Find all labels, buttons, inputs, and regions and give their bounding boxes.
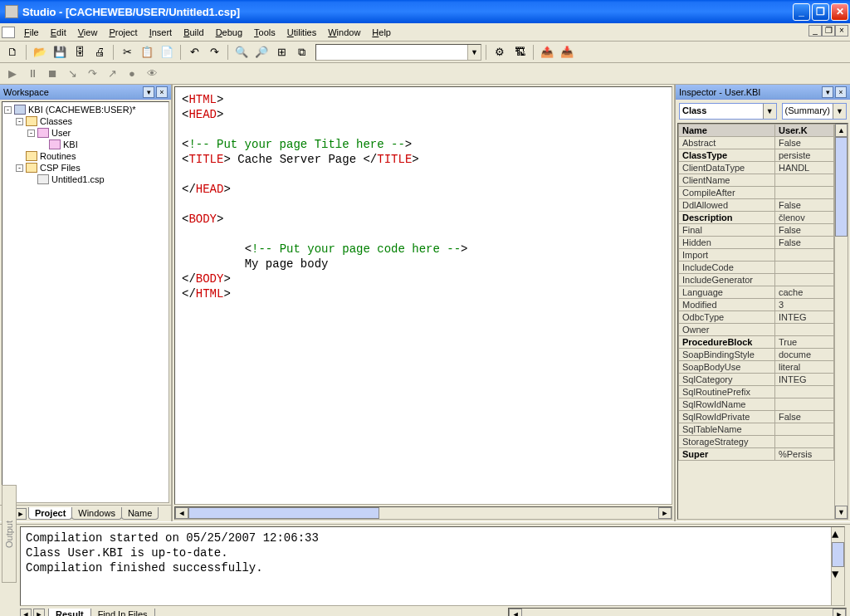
inspector-row-key[interactable]: Final bbox=[679, 224, 775, 237]
out-tab-result[interactable]: Result bbox=[48, 609, 91, 617]
ws-tab-name[interactable]: Name bbox=[121, 507, 159, 520]
find-combo[interactable]: ▼ bbox=[315, 44, 481, 61]
view-other-button[interactable]: ⊞ bbox=[272, 43, 291, 61]
menu-build[interactable]: Build bbox=[178, 26, 209, 39]
redo-button[interactable]: ↷ bbox=[205, 43, 223, 61]
inspector-row-val[interactable]: literal bbox=[774, 361, 833, 374]
inspector-row-val[interactable]: cache bbox=[774, 286, 833, 299]
inspector-row-val[interactable]: INTEG bbox=[774, 374, 833, 386]
chevron-down-icon[interactable]: ▼ bbox=[833, 104, 846, 119]
inspector-summary-combo[interactable]: (Summary)▼ bbox=[782, 103, 847, 120]
inspector-row-key[interactable]: DdlAllowed bbox=[679, 199, 775, 212]
tree-user[interactable]: -User bbox=[4, 127, 167, 139]
inspector-row-key[interactable]: Owner bbox=[679, 324, 775, 336]
inspector-row-key[interactable]: Super bbox=[679, 448, 775, 461]
output-text[interactable]: Compilation started on 05/25/2007 12:06:… bbox=[20, 526, 845, 606]
mdi-close-button[interactable]: × bbox=[835, 25, 848, 37]
inspector-row-key[interactable]: SoapBodyUse bbox=[679, 361, 775, 374]
inspector-row-key[interactable]: SqlCategory bbox=[679, 374, 775, 386]
minimize-button[interactable]: _ bbox=[793, 3, 810, 21]
workspace-dropdown-button[interactable]: ▾ bbox=[143, 86, 154, 98]
code-editor[interactable]: <HTML> <HEAD> <!-- Put your page Title h… bbox=[174, 86, 672, 505]
inspector-row-val[interactable]: INTEG bbox=[774, 311, 833, 324]
chevron-down-icon[interactable]: ▼ bbox=[763, 104, 776, 119]
editor-hscrollbar[interactable]: ◄ ► bbox=[174, 506, 672, 520]
break-button[interactable]: ⏸ bbox=[23, 65, 42, 83]
inspector-row-key[interactable]: SoapBindingStyle bbox=[679, 349, 775, 361]
stop-button[interactable]: ⏹ bbox=[43, 65, 61, 83]
tree-kbi[interactable]: KBI bbox=[4, 139, 167, 150]
find-button[interactable]: 🔍 bbox=[232, 43, 251, 61]
out-tab-left-arrow[interactable]: ◄ bbox=[20, 609, 32, 616]
inspector-row-val[interactable] bbox=[774, 174, 833, 187]
inspector-row-val[interactable] bbox=[774, 324, 833, 336]
compile-button[interactable]: ⚙ bbox=[491, 43, 509, 61]
inspector-row-val[interactable]: False bbox=[774, 199, 833, 212]
inspector-header-val[interactable]: User.K bbox=[774, 125, 833, 137]
save-button[interactable]: 💾 bbox=[51, 43, 69, 61]
scroll-down-arrow[interactable]: ▼ bbox=[832, 567, 844, 582]
menu-view[interactable]: View bbox=[72, 26, 104, 39]
ws-tab-project[interactable]: Project bbox=[28, 507, 72, 520]
new-button[interactable]: 🗋 bbox=[3, 43, 22, 61]
breakpoint-button[interactable]: ● bbox=[123, 65, 141, 83]
scroll-up-arrow[interactable]: ▲ bbox=[835, 124, 848, 137]
undo-button[interactable]: ↶ bbox=[185, 43, 203, 61]
maximize-button[interactable]: ❐ bbox=[812, 3, 829, 21]
inspector-row-val[interactable] bbox=[774, 436, 833, 448]
out-tab-right-arrow[interactable]: ► bbox=[33, 609, 45, 616]
scroll-left-arrow[interactable]: ◄ bbox=[175, 507, 188, 519]
chevron-down-icon[interactable]: ▼ bbox=[467, 45, 481, 60]
inspector-row-key[interactable]: CompileAfter bbox=[679, 187, 775, 199]
out-tab-find[interactable]: Find In Files bbox=[90, 609, 155, 617]
inspector-row-key[interactable]: StorageStrategy bbox=[679, 436, 775, 448]
inspector-row-val[interactable]: členov bbox=[774, 212, 833, 224]
inspector-dropdown-button[interactable]: ▾ bbox=[822, 86, 833, 98]
inspector-row-key[interactable]: SqlRowIdPrivate bbox=[679, 411, 775, 423]
inspector-row-key[interactable]: Abstract bbox=[679, 137, 775, 149]
open-button[interactable]: 📂 bbox=[31, 43, 49, 61]
close-button[interactable]: ✕ bbox=[831, 3, 848, 21]
inspector-row-key[interactable]: SqlRowIdName bbox=[679, 398, 775, 411]
mdi-minimize-button[interactable]: _ bbox=[808, 25, 822, 37]
inspector-row-key[interactable]: ClientName bbox=[679, 174, 775, 187]
scroll-right-arrow[interactable]: ► bbox=[658, 507, 672, 519]
scroll-thumb[interactable] bbox=[832, 542, 844, 567]
step-out-button[interactable]: ↗ bbox=[103, 65, 121, 83]
inspector-row-key[interactable]: SqlRoutinePrefix bbox=[679, 386, 775, 398]
inspector-class-combo[interactable]: Class▼ bbox=[679, 103, 777, 120]
tree-root[interactable]: -KBI (CACHEWEB:USER)* bbox=[4, 104, 167, 115]
inspector-row-val[interactable]: True bbox=[774, 336, 833, 349]
step-over-button[interactable]: ↷ bbox=[83, 65, 101, 83]
inspector-row-key[interactable]: Hidden bbox=[679, 237, 775, 249]
scroll-thumb[interactable] bbox=[835, 137, 848, 237]
scroll-thumb[interactable] bbox=[188, 507, 379, 519]
ws-tab-right-arrow[interactable]: ► bbox=[15, 508, 27, 520]
menu-file[interactable]: FFileile bbox=[18, 26, 45, 39]
tree-routines[interactable]: Routines bbox=[4, 150, 167, 162]
scroll-up-arrow[interactable]: ▲ bbox=[832, 527, 844, 542]
workspace-close-button[interactable]: × bbox=[156, 86, 168, 98]
inspector-row-val[interactable] bbox=[774, 187, 833, 199]
inspector-row-key[interactable]: IncludeGenerator bbox=[679, 274, 775, 286]
save-all-button[interactable]: 🗄 bbox=[71, 43, 89, 61]
menu-edit[interactable]: Edit bbox=[45, 26, 72, 39]
inspector-row-val[interactable] bbox=[774, 274, 833, 286]
inspector-row-key[interactable]: OdbcType bbox=[679, 311, 775, 324]
step-button[interactable]: ↘ bbox=[63, 65, 81, 83]
inspector-row-val[interactable]: docume bbox=[774, 349, 833, 361]
menu-utilities[interactable]: Utilities bbox=[281, 26, 322, 39]
scroll-right-arrow[interactable]: ► bbox=[833, 609, 846, 616]
inspector-grid[interactable]: NameUser.K AbstractFalseClassTypepersist… bbox=[677, 123, 848, 520]
inspector-row-val[interactable]: 3 bbox=[774, 299, 833, 311]
scroll-left-arrow[interactable]: ◄ bbox=[509, 609, 522, 616]
inspector-row-key[interactable]: ClassType bbox=[679, 149, 775, 162]
inspector-row-key[interactable]: Description bbox=[679, 212, 775, 224]
tree-untitled[interactable]: Untitled1.csp bbox=[4, 174, 167, 185]
inspector-row-key[interactable]: IncludeCode bbox=[679, 262, 775, 274]
inspector-row-key[interactable]: Import bbox=[679, 249, 775, 262]
inspector-row-val[interactable]: False bbox=[774, 224, 833, 237]
menu-debug[interactable]: Debug bbox=[210, 26, 248, 39]
inspector-row-key[interactable]: Modified bbox=[679, 299, 775, 311]
go-button[interactable]: ▶ bbox=[3, 65, 22, 83]
